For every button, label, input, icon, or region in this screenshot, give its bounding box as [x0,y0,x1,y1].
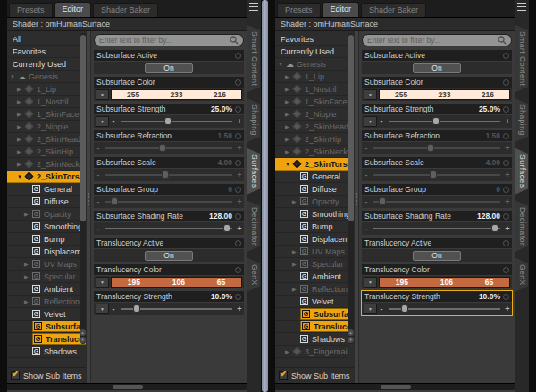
side-tab-genx[interactable]: GenX [515,258,528,292]
color-dropdown-button[interactable]: ▼ [364,89,377,100]
tree-item-1-lip[interactable]: ▶1_Lip [7,83,80,96]
slider-thumb[interactable] [379,197,386,205]
tree-item-bump[interactable]: GBump [275,221,348,233]
slider-thumb[interactable] [401,304,408,313]
side-tab-decimator[interactable]: Decimator [247,201,260,252]
tree-item-2-skinhead[interactable]: ▶2_SkinHead [275,121,348,133]
tree-item-velvet[interactable]: GVelvet [7,308,80,321]
expand-right-icon[interactable]: ▶ [24,298,32,304]
gear-icon[interactable] [235,267,241,273]
tree-item-general[interactable]: GGeneral [7,183,80,196]
tree-item-reflection[interactable]: ▶GReflection [275,283,348,296]
side-tab-surfaces[interactable]: Surfaces [247,148,260,195]
tree-item-all[interactable]: All [7,33,80,46]
gear-icon[interactable] [235,294,241,300]
tree-item-transluce[interactable]: GTransluce... [7,333,80,346]
tree-item-transluce[interactable]: GTransluce... [275,321,348,333]
slider-thumb[interactable] [111,197,118,205]
slider-track[interactable] [373,147,500,149]
tree-item-ambient[interactable]: GAmbient [275,271,348,283]
slider-minus-button[interactable]: - [364,197,369,206]
toggle-on-button[interactable]: On [413,63,461,73]
tab-presets[interactable]: Presets [277,3,321,17]
show-sub-items[interactable]: ✔Show Sub Items [7,367,86,383]
slider-minus-button[interactable]: - [96,224,101,233]
tree-item-velvet[interactable]: GVelvet [275,296,348,308]
tree-item-genesis[interactable]: ▼☁Genesis [275,58,348,71]
tree-item-smoothing[interactable]: GSmoothing [7,221,80,233]
slider-track[interactable] [389,121,500,122]
filter-input[interactable]: Enter text to filter by... [94,34,244,46]
slider-minus-button[interactable]: - [364,171,369,179]
slider-thumb[interactable] [491,224,498,232]
color-dropdown-button[interactable]: ▼ [96,89,109,100]
slider-thumb[interactable] [159,144,166,152]
tree-item-smoothing[interactable]: GSmoothing [275,208,348,221]
tree-item-2-skinhead[interactable]: ▶2_SkinHead [7,133,80,146]
gear-icon[interactable] [503,160,509,166]
gear-icon[interactable] [503,106,509,113]
scroll-down-button[interactable]: ▼ [80,337,86,343]
tree-item-displacem[interactable]: GDisplacem... [7,246,80,258]
slider-track[interactable] [121,121,232,122]
scroll-down-button[interactable]: ▼ [348,337,354,343]
slider-track[interactable] [105,228,232,229]
tree-item-2-skinhip[interactable]: ▶2_SkinHip [7,146,80,158]
slider-minus-button[interactable]: - [96,144,101,153]
tree-item-currently-used[interactable]: Currently Used [7,58,80,71]
slider-minus-button[interactable]: - [111,304,116,313]
tree-item-1-nostril[interactable]: ▶1_Nostril [275,83,348,96]
scroll-up-button[interactable]: ▲ [348,329,354,336]
slider-minus-button[interactable]: - [111,117,116,126]
slider-dropdown-button[interactable]: ▼ [364,304,377,314]
tab-presets[interactable]: Presets [9,3,53,17]
slider-thumb[interactable] [430,171,437,179]
slider-plus-button[interactable]: + [505,171,510,179]
slider-plus-button[interactable]: + [505,117,510,126]
slider-dropdown-button[interactable]: ▼ [364,116,377,127]
tree-item-1-skinface[interactable]: ▶1_SkinFace [7,108,80,121]
slider-dropdown-button[interactable]: ▼ [96,116,109,127]
slider-minus-button[interactable]: - [96,171,101,179]
slider-thumb[interactable] [432,117,440,125]
tree-item-diffuse[interactable]: GDiffuse [275,183,348,196]
slider-minus-button[interactable]: - [364,144,369,153]
tree-item-2-skintorso[interactable]: ▼2_SkinTorso [7,171,80,183]
slider-thumb[interactable] [164,117,172,125]
tree-item-general[interactable]: GGeneral [275,171,348,183]
checkbox-icon[interactable]: ✔ [11,371,20,380]
slider-thumb[interactable] [133,304,140,313]
slider-thumb[interactable] [427,144,434,152]
expand-right-icon[interactable]: ▶ [292,198,300,204]
slider-plus-button[interactable]: + [237,144,242,153]
gear-icon[interactable] [235,133,241,139]
tab-shader-baker[interactable]: Shader Baker [361,3,426,17]
toggle-on-button[interactable]: On [145,251,193,261]
tree-item-displacem[interactable]: GDisplacem... [275,233,348,246]
expand-right-icon[interactable]: ▶ [24,211,32,217]
side-tab-smart-content[interactable]: Smart Content [247,25,260,92]
gear-icon[interactable] [235,160,241,166]
gear-icon[interactable] [235,213,241,220]
panel-menu-icon[interactable] [517,3,526,11]
tree-item-shadows[interactable]: GShadows [275,333,348,346]
expand-down-icon[interactable]: ▼ [10,74,18,79]
show-sub-items[interactable]: ✔Show Sub Items [275,367,354,383]
gear-icon[interactable] [235,187,241,193]
slider-minus-button[interactable]: - [379,117,384,126]
slider-track[interactable] [121,308,232,310]
gear-icon[interactable] [503,213,509,220]
side-tab-surfaces[interactable]: Surfaces [515,148,528,195]
side-tab-shaping[interactable]: Shaping [247,98,260,142]
tree-item-reflection[interactable]: ▶GReflection [7,296,80,308]
tree-item-2-nipple[interactable]: ▶2_Nipple [7,121,80,133]
horizontal-scrollbar[interactable] [275,383,515,390]
slider-plus-button[interactable]: + [505,224,510,233]
color-swatch[interactable]: 19510665 [111,277,242,288]
tree-props-splitter[interactable] [86,31,91,383]
tab-shader-baker[interactable]: Shader Baker [93,3,158,17]
slider-plus-button[interactable]: + [505,144,510,153]
expand-right-icon[interactable]: ▶ [292,248,300,254]
tree-item-1-nostril[interactable]: ▶1_Nostril [7,96,80,108]
tree-item-specular[interactable]: ▶GSpecular [7,271,80,283]
